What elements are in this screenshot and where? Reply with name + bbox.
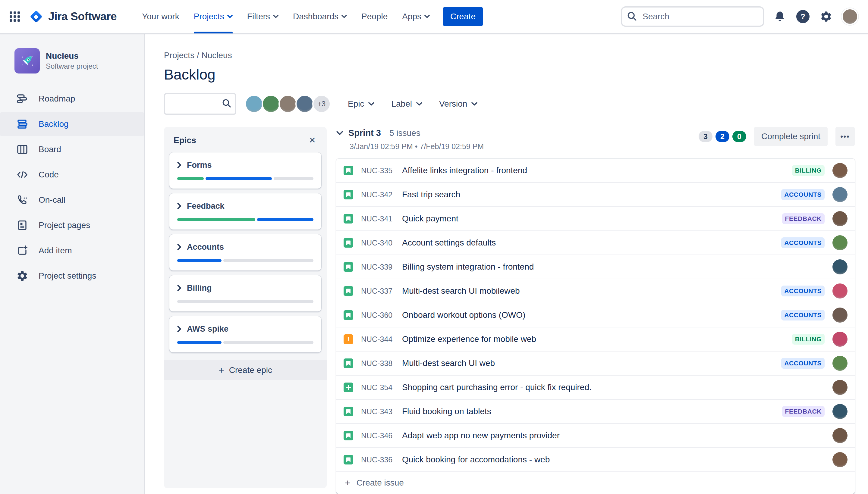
chevron-right-icon xyxy=(177,162,181,168)
issue-row[interactable]: NUC-354 Shopping cart purchasing error -… xyxy=(336,376,855,400)
help-icon[interactable]: ? xyxy=(795,9,811,24)
sidebar-item-roadmap[interactable]: Roadmap xyxy=(0,87,144,111)
nav-apps[interactable]: Apps xyxy=(395,0,437,34)
epics-panel: Epics ✕ Forms Feedback xyxy=(164,127,327,488)
assignee-avatar[interactable] xyxy=(832,331,848,347)
nav-your-work[interactable]: Your work xyxy=(135,0,186,34)
sidebar-item-on-call[interactable]: On-call xyxy=(0,188,144,212)
assignee-avatar[interactable] xyxy=(832,307,848,323)
issue-row[interactable]: NUC-336 Quick booking for accomodations … xyxy=(336,448,855,472)
assignee-avatar[interactable] xyxy=(262,95,280,113)
story-icon xyxy=(344,214,353,224)
project-sidebar: Nucleus Software project Roadmap Backlog… xyxy=(0,34,145,494)
backlog-icon xyxy=(16,118,29,130)
assignee-avatar[interactable] xyxy=(832,428,848,443)
label-badge: ACCOUNTS xyxy=(781,310,825,321)
label-badge: ACCOUNTS xyxy=(781,189,825,200)
assignee-avatar[interactable] xyxy=(832,404,848,419)
nav-projects[interactable]: Projects xyxy=(187,0,240,34)
complete-sprint-button[interactable]: Complete sprint xyxy=(754,127,828,146)
issue-row[interactable]: NUC-341 Quick payment FEEDBACK xyxy=(336,207,855,231)
assignee-avatar[interactable] xyxy=(832,283,848,299)
issue-row[interactable]: NUC-343 Fluid booking on tablets FEEDBAC… xyxy=(336,400,855,424)
nav-dashboards[interactable]: Dashboards xyxy=(286,0,354,34)
sprint-issue-count: 5 issues xyxy=(389,128,421,138)
epic-progress-bar xyxy=(177,218,313,221)
label-badge: ACCOUNTS xyxy=(781,286,825,297)
assignee-avatar[interactable] xyxy=(278,95,297,113)
assignee-avatar[interactable] xyxy=(832,259,848,274)
backlog-search xyxy=(164,93,236,115)
chevron-right-icon xyxy=(177,285,181,291)
breadcrumb-nucleus-link[interactable]: Nucleus xyxy=(202,51,232,60)
create-button[interactable]: Create xyxy=(443,7,483,26)
jira-diamond-icon xyxy=(28,9,44,24)
issue-row[interactable]: ! NUC-344 Optimize experience for mobile… xyxy=(336,327,855,352)
assignee-avatar[interactable] xyxy=(832,452,848,467)
chevron-down-icon xyxy=(472,102,477,106)
epic-card-billing[interactable]: Billing xyxy=(169,275,321,311)
sprint-section: Sprint 3 5 issues 3/Jan/19 02:59 PM • 7/… xyxy=(336,127,855,494)
assignee-avatar[interactable] xyxy=(245,95,263,113)
issue-row[interactable]: NUC-337 Multi-dest search UI mobileweb A… xyxy=(336,279,855,303)
version-filter-dropdown[interactable]: Version xyxy=(439,99,477,109)
label-filter-dropdown[interactable]: Label xyxy=(391,99,422,109)
assignee-avatar[interactable] xyxy=(832,163,848,178)
nav-filters[interactable]: Filters xyxy=(240,0,286,34)
epic-card-forms[interactable]: Forms xyxy=(169,152,321,189)
app-switcher-icon[interactable] xyxy=(10,12,20,22)
assignee-avatar[interactable] xyxy=(832,211,848,226)
avatar-overflow-chip[interactable]: +3 xyxy=(312,95,331,113)
chevron-down-icon xyxy=(416,102,422,106)
epic-name: Forms xyxy=(187,160,212,170)
global-search-input[interactable] xyxy=(621,6,764,27)
notifications-bell-icon[interactable] xyxy=(772,9,787,24)
search-icon xyxy=(627,11,637,21)
settings-gear-icon[interactable] xyxy=(818,9,834,24)
sidebar-item-project-pages[interactable]: Project pages xyxy=(0,213,144,238)
assignee-avatar[interactable] xyxy=(832,187,848,202)
story-icon xyxy=(344,310,353,320)
label-badge: ACCOUNTS xyxy=(781,238,825,248)
issue-row[interactable]: NUC-346 Adapt web app no new payments pr… xyxy=(336,424,855,448)
chevron-down-icon xyxy=(341,15,347,18)
issue-row[interactable]: NUC-339 Billing system integration - fro… xyxy=(336,255,855,279)
label-badge: ACCOUNTS xyxy=(781,358,825,369)
sidebar-item-backlog[interactable]: Backlog xyxy=(0,112,144,136)
assignee-avatar[interactable] xyxy=(832,356,848,371)
sidebar-item-project-settings[interactable]: Project settings xyxy=(0,264,144,288)
sidebar-item-add-item[interactable]: Add item xyxy=(0,239,144,263)
assignee-avatar[interactable] xyxy=(832,380,848,395)
issue-row[interactable]: NUC-338 Multi-dest search UI web ACCOUNT… xyxy=(336,352,855,376)
breadcrumb-projects-link[interactable]: Projects xyxy=(164,51,195,60)
nav-people[interactable]: People xyxy=(354,0,395,34)
more-actions-icon[interactable]: ••• xyxy=(835,127,855,146)
code-icon xyxy=(16,169,29,181)
issue-row[interactable]: NUC-335 Affelite links integration - fro… xyxy=(336,159,855,183)
jira-logo[interactable]: Jira Software xyxy=(28,9,117,24)
issue-row[interactable]: NUC-360 Onboard workout options (OWO) AC… xyxy=(336,303,855,327)
epic-card-accounts[interactable]: Accounts xyxy=(169,234,321,270)
sidebar-item-board[interactable]: Board xyxy=(0,137,144,162)
user-avatar[interactable] xyxy=(842,8,858,25)
epic-card-aws-spike[interactable]: AWS spike xyxy=(169,316,321,353)
assignee-avatar[interactable] xyxy=(295,95,314,113)
create-epic-button[interactable]: + Create epic xyxy=(164,360,327,380)
plus-task-icon xyxy=(344,383,353,392)
epic-progress-bar xyxy=(177,300,313,303)
issue-row[interactable]: NUC-342 Fast trip search ACCOUNTS xyxy=(336,183,855,207)
create-issue-button[interactable]: + Create issue xyxy=(336,472,855,494)
assignee-avatar[interactable] xyxy=(832,235,848,250)
close-icon[interactable]: ✕ xyxy=(307,134,318,146)
epic-card-feedback[interactable]: Feedback xyxy=(169,193,321,230)
sidebar-item-code[interactable]: Code xyxy=(0,163,144,187)
todo-count-badge: 3 xyxy=(699,131,713,142)
epic-filter-dropdown[interactable]: Epic xyxy=(348,99,374,109)
issue-row[interactable]: NUC-340 Account settings defaults ACCOUN… xyxy=(336,231,855,255)
sprint-expand-chevron-icon[interactable] xyxy=(336,131,343,135)
chevron-down-icon xyxy=(368,102,374,106)
global-search xyxy=(621,6,764,27)
exclamation-icon: ! xyxy=(344,334,353,344)
epic-name: AWS spike xyxy=(187,324,228,334)
project-card[interactable]: Nucleus Software project xyxy=(0,48,144,87)
